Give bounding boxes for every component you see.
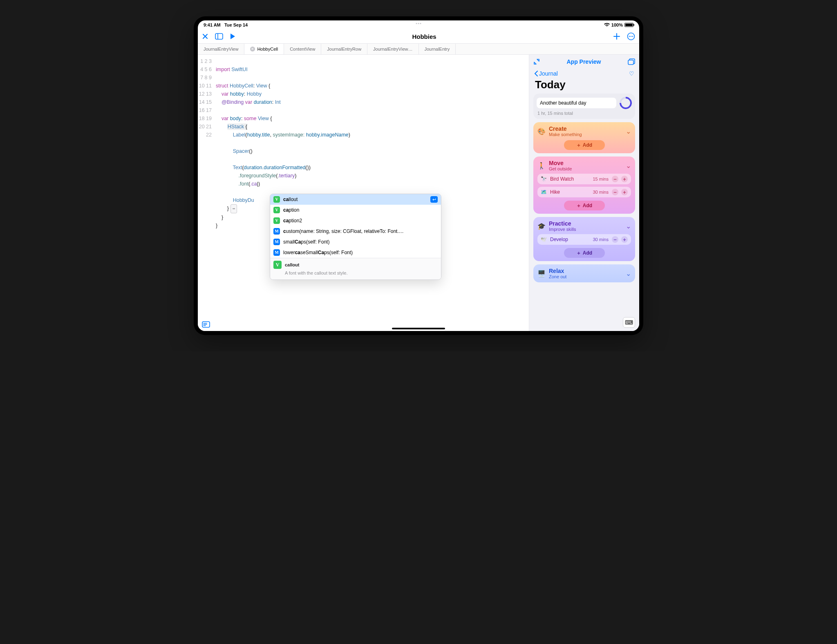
autocomplete-item[interactable]: Mcustom(name: String, size: CGFloat, rel… [270, 226, 441, 237]
autocomplete-detail: V callout A font with the callout text s… [270, 258, 441, 280]
main-area: 1 2 3 4 5 6 7 8 9 10 11 12 13 14 15 16 1… [198, 55, 639, 331]
section-header[interactable]: 🚶MoveGet outside⌄ [537, 160, 631, 171]
autocomplete-item[interactable]: MsmallCaps(self: Font) [270, 237, 441, 247]
duration-stepper[interactable]: −+ [612, 236, 628, 243]
autocomplete-label: callout [283, 195, 427, 203]
section-header[interactable]: 🎨CreateMake something⌄ [537, 125, 631, 137]
section-title: Move [549, 160, 622, 166]
code-editor[interactable]: 1 2 3 4 5 6 7 8 9 10 11 12 13 14 15 16 1… [198, 55, 529, 331]
document-title: Hobbies [412, 33, 436, 40]
home-indicator[interactable] [392, 328, 445, 329]
status-date: Tue Sep 14 [224, 22, 248, 27]
hobby-row-label: Hike [550, 189, 589, 195]
section-subtitle: Improve skills [549, 227, 622, 232]
file-tab[interactable]: JournalEntry [419, 44, 456, 54]
favorite-icon[interactable]: ♡ [629, 70, 634, 77]
autocomplete-label: smallCaps(self: Font) [283, 238, 438, 246]
plus-icon[interactable]: + [621, 176, 628, 182]
duration-stepper[interactable]: −+ [612, 176, 628, 182]
plus-icon: ＋ [576, 250, 581, 257]
svg-point-4 [631, 36, 631, 37]
section-icon: 🎓 [537, 222, 546, 230]
chevron-down-icon[interactable]: ⌄ [626, 270, 631, 277]
variable-badge-icon: V [273, 261, 282, 269]
more-button[interactable] [627, 32, 635, 40]
hobby-row-duration: 30 mins [593, 237, 609, 242]
multitask-grabber[interactable] [416, 23, 421, 24]
keyboard-toggle-button[interactable]: ⌨︎ [623, 317, 635, 328]
return-key-icon: ↩ [430, 196, 438, 203]
autocomplete-item[interactable]: MlowercaseSmallCaps(self: Font) [270, 247, 441, 258]
autocomplete-item[interactable]: Vcaption [270, 205, 441, 215]
file-tab[interactable]: JournalEntryView… [367, 44, 418, 54]
tab-label: JournalEntryView… [373, 47, 412, 51]
add-hobby-button[interactable]: ＋Add [564, 140, 605, 150]
section-header[interactable]: 🎓PracticeImprove skills⌄ [537, 220, 631, 232]
preview-expand-button[interactable] [533, 58, 540, 65]
method-badge-icon: M [273, 249, 280, 256]
section-title: Relax [549, 268, 622, 274]
code-fold-icon[interactable]: •• [231, 204, 237, 213]
autocomplete-label: lowercaseSmallCaps(self: Font) [283, 248, 438, 257]
add-label: Add [583, 142, 592, 148]
preview-windows-button[interactable] [628, 58, 635, 65]
file-tab[interactable]: JournalEntryView [198, 44, 244, 54]
tab-label: JournalEntryView [204, 47, 238, 51]
file-tab[interactable]: ✕HobbyCell [244, 44, 284, 54]
section-subtitle: Make something [549, 132, 622, 137]
plus-icon[interactable]: + [621, 189, 628, 195]
today-note-input[interactable]: Another beautiful day [537, 98, 616, 108]
wifi-icon [604, 23, 610, 27]
section-icon: 🚶 [537, 161, 546, 170]
run-button[interactable] [230, 33, 235, 40]
chevron-down-icon[interactable]: ⌄ [626, 162, 631, 170]
section-icon: 🎨 [537, 127, 546, 135]
chevron-down-icon[interactable]: ⌄ [626, 127, 631, 135]
hobby-row-duration: 30 mins [593, 190, 609, 195]
add-hobby-button[interactable]: ＋Add [564, 201, 605, 210]
hobby-row-label: Bird Watch [550, 176, 589, 182]
section-subtitle: Get outside [549, 166, 622, 171]
minus-icon[interactable]: − [612, 189, 618, 195]
plus-icon: ＋ [576, 202, 581, 209]
file-tab[interactable]: JournalEntryRow [321, 44, 367, 54]
ac-detail-desc: A font with the callout text style. [285, 269, 347, 277]
autocomplete-label: custom(name: String, size: CGFloat, rela… [283, 227, 438, 235]
status-bar: 9:41 AM Tue Sep 14 100% [198, 20, 639, 29]
method-badge-icon: M [273, 239, 280, 245]
add-button[interactable] [613, 33, 620, 40]
plus-icon[interactable]: + [621, 236, 628, 243]
hobby-row[interactable]: 🕊️Develop30 mins−+ [537, 234, 631, 245]
duration-stepper[interactable]: −+ [612, 189, 628, 195]
console-toggle-button[interactable] [202, 321, 210, 328]
close-tab-icon[interactable]: ✕ [250, 47, 255, 51]
autocomplete-item[interactable]: Vcaption2 [270, 215, 441, 226]
minus-icon[interactable]: − [612, 236, 618, 243]
autocomplete-label: caption2 [283, 217, 438, 225]
code-content[interactable]: import SwiftUI struct HobbyCell: View { … [216, 55, 529, 331]
variable-badge-icon: V [273, 207, 280, 213]
preview-back-button[interactable]: Journal [534, 70, 558, 77]
close-button[interactable] [202, 33, 208, 40]
file-tab[interactable]: ContentView [284, 44, 321, 54]
hobby-row-label: Develop [550, 237, 589, 242]
chevron-down-icon[interactable]: ⌄ [626, 222, 631, 230]
autocomplete-label: caption [283, 206, 438, 214]
battery-icon [624, 23, 633, 27]
svg-rect-0 [215, 34, 223, 39]
variable-badge-icon: V [273, 196, 280, 203]
svg-point-3 [629, 36, 630, 37]
hobby-row[interactable]: 🗺️Hike30 mins−+ [537, 187, 631, 197]
autocomplete-popup[interactable]: Vcallout↩VcaptionVcaption2Mcustom(name: … [270, 194, 441, 280]
tab-label: HobbyCell [257, 47, 278, 51]
autocomplete-item[interactable]: Vcallout↩ [270, 194, 441, 205]
minus-icon[interactable]: − [612, 176, 618, 182]
hobby-row[interactable]: 🔭Bird Watch15 mins−+ [537, 174, 631, 184]
tab-label: ContentView [290, 47, 315, 51]
sidebar-toggle-button[interactable] [215, 33, 223, 40]
preview-body: Journal ♡ Today Another beautiful day 1 … [529, 69, 639, 331]
add-hobby-button[interactable]: ＋Add [564, 248, 605, 258]
section-header[interactable]: 🖥️RelaxZone out⌄ [537, 268, 631, 279]
preview-title: App Preview [566, 58, 601, 65]
hobby-row-duration: 15 mins [593, 177, 609, 181]
